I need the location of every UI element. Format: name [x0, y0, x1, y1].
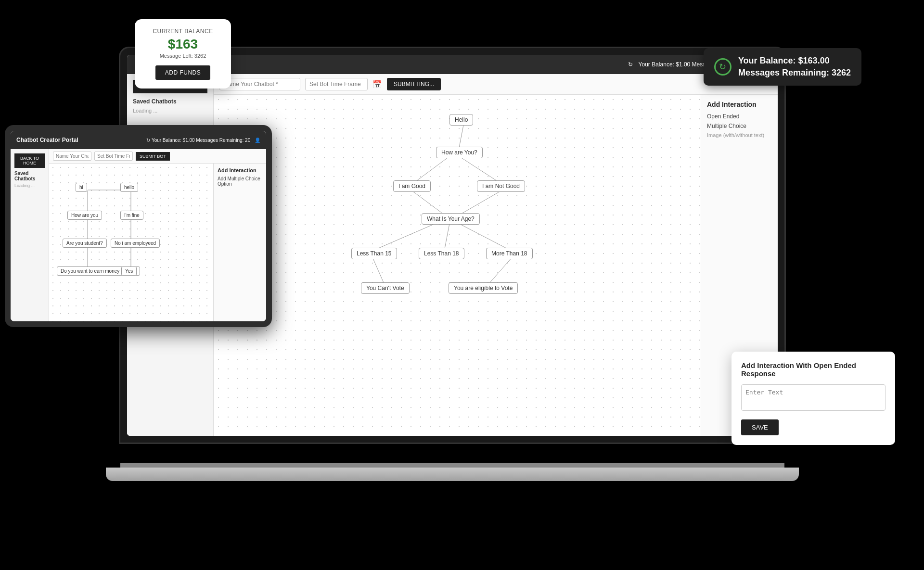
refresh-icon-small: ↻ [628, 61, 633, 68]
open-ended-text-input[interactable] [741, 384, 886, 411]
open-ended-modal: Add Interaction With Open Ended Response… [732, 352, 895, 445]
add-funds-button[interactable]: ADD FUNDS [155, 65, 211, 80]
balance-badge: ↻ Your Balance: $163.00 Messages Remaini… [704, 48, 861, 86]
node-more-18: More Than 18 [486, 248, 533, 259]
svg-line-1 [416, 156, 449, 181]
time-frame-input[interactable] [305, 78, 368, 90]
tablet-toolbar: SUBMIT BOT [49, 149, 266, 164]
node-what-is-age: What Is Your Age? [422, 213, 480, 225]
node-cant-vote: You Can't Vote [361, 282, 410, 294]
svg-line-3 [411, 190, 445, 215]
app-canvas: Hello How are You? I am Good I am Not Go… [214, 95, 701, 436]
flow-svg [214, 95, 701, 436]
tablet-back-btn[interactable]: BACK TO HOME [14, 153, 45, 168]
tablet-node-how-are-you: How are you [67, 211, 102, 220]
tablet-header: Chatbot Creator Portal ↻ Your Balance: $… [11, 131, 266, 149]
sidebar-loading: Loading ... [133, 108, 207, 114]
open-ended-save-button[interactable]: SAVE [741, 419, 779, 435]
tablet-body: BACK TO HOME Saved Chatbots Loading ... … [11, 149, 266, 321]
multiple-choice-option[interactable]: Multiple Choice [707, 123, 772, 129]
balance-card-amount: $163 [144, 37, 221, 52]
svg-line-0 [459, 123, 464, 148]
tablet-main: SUBMIT BOT hi [49, 149, 266, 321]
svg-line-7 [459, 224, 507, 249]
submit-bot-button[interactable]: SUBMITTING... [387, 78, 441, 90]
tablet-node-yes: Yes [121, 266, 137, 276]
tablet-name-input[interactable] [53, 152, 91, 161]
calendar-icon: 📅 [372, 80, 382, 89]
laptop-base [106, 468, 799, 481]
node-how-are-you: How are You? [436, 147, 483, 158]
app-main: 📅 SUBMITTING... [214, 74, 778, 436]
add-interaction-title: Add Interaction [707, 101, 772, 108]
tablet-canvas: hi hello How are you I'm fine Are you st… [49, 164, 213, 321]
saved-chatbots-label: Saved Chatbots [133, 98, 207, 105]
laptop-hinge [120, 463, 784, 468]
balance-card-label: CURRENT BALANCE [144, 28, 221, 35]
tablet-multiple-choice[interactable]: Add Multiple Choice Option [218, 176, 262, 187]
image-option[interactable]: Image (with/without text) [707, 132, 772, 138]
tablet-node-hi: hi [76, 183, 87, 192]
svg-line-8 [372, 257, 385, 285]
tablet: Chatbot Creator Portal ↻ Your Balance: $… [5, 125, 272, 327]
node-hello: Hello [449, 114, 473, 126]
balance-card-messages: Message Left: 3262 [144, 53, 221, 59]
tablet-loading: Loading ... [14, 183, 45, 188]
tablet-node-no-employed: No i am employeed [111, 239, 160, 248]
svg-line-9 [488, 257, 512, 285]
app-toolbar: 📅 SUBMITTING... [214, 74, 778, 95]
tablet-add-title: Add Interaction [218, 167, 262, 173]
tablet-sidebar: BACK TO HOME Saved Chatbots Loading ... [11, 149, 49, 321]
chatbot-name-input[interactable] [219, 78, 300, 90]
refresh-icon: ↻ [714, 58, 732, 76]
open-ended-option[interactable]: Open Ended [707, 113, 772, 120]
balance-card: CURRENT BALANCE $163 Message Left: 3262 … [135, 19, 231, 89]
node-eligible-vote: You are eligible to Vote [449, 282, 518, 294]
tablet-node-hello: hello [120, 183, 138, 192]
tablet-submit-btn[interactable]: SUBMIT BOT [136, 152, 170, 161]
tablet-add-panel: Add Interaction Add Multiple Choice Opti… [213, 164, 266, 321]
svg-line-6 [445, 224, 449, 249]
tablet-time-input[interactable] [94, 152, 133, 161]
balance-badge-text: Your Balance: $163.00 Messages Remaining… [738, 55, 851, 79]
node-i-am-good: I am Good [393, 180, 431, 192]
node-i-am-not-good: I am Not Good [477, 180, 525, 192]
tablet-node-im-fine: I'm fine [120, 211, 143, 220]
node-less-15: Less Than 15 [351, 248, 397, 259]
svg-line-2 [459, 156, 498, 181]
svg-line-5 [377, 224, 435, 249]
node-less-18: Less Than 18 [419, 248, 464, 259]
tablet-node-are-student: Are you student? [63, 239, 107, 248]
tablet-saved-label: Saved Chatbots [14, 171, 45, 181]
open-ended-modal-title: Add Interaction With Open Ended Response [741, 361, 886, 378]
svg-line-4 [459, 190, 502, 215]
tablet-header-title: Chatbot Creator Portal [16, 137, 141, 143]
tablet-screen: Chatbot Creator Portal ↻ Your Balance: $… [11, 131, 266, 321]
tablet-header-balance: ↻ Your Balance: $1.00 Messages Remaining… [146, 138, 260, 143]
